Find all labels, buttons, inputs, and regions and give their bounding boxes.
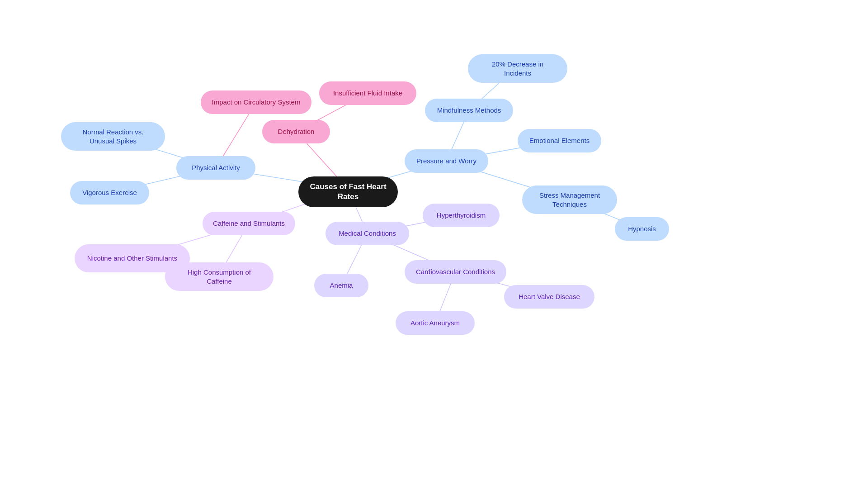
node-highCaffeine: High Consumption of Caffeine (165, 262, 274, 291)
node-hyperthyroidism: Hyperthyroidism (423, 204, 500, 227)
node-mindfulnessMethods: Mindfulness Methods (425, 99, 513, 122)
node-heartValve: Heart Valve Disease (504, 285, 594, 309)
node-dehydration: Dehydration (262, 120, 330, 143)
node-insufficientFluid: Insufficient Fluid Intake (319, 81, 416, 105)
node-center: Causes of Fast Heart Rates (298, 176, 398, 207)
node-aorticAneurysm: Aortic Aneurysm (396, 311, 475, 335)
node-pressureWorry: Pressure and Worry (405, 149, 488, 173)
node-vigorousExercise: Vigorous Exercise (70, 181, 149, 205)
node-impactCirculatory: Impact on Circulatory System (201, 90, 311, 114)
node-emotionalElements: Emotional Elements (518, 129, 601, 152)
node-caffeineStimulants: Caffeine and Stimulants (203, 212, 295, 235)
node-cardiovascular: Cardiovascular Conditions (405, 260, 506, 284)
node-stressManagement: Stress Management Techniques (522, 186, 617, 214)
node-decreaseIncidents: 20% Decrease in Incidents (468, 54, 567, 83)
node-physicalActivity: Physical Activity (176, 156, 255, 180)
node-medicalConditions: Medical Conditions (326, 222, 409, 245)
node-anemia: Anemia (314, 274, 368, 297)
node-normalReaction: Normal Reaction vs. Unusual Spikes (61, 122, 165, 151)
mindmap-container: Causes of Fast Heart RatesDehydrationIns… (0, 0, 868, 490)
node-hypnosis: Hypnosis (615, 217, 669, 241)
